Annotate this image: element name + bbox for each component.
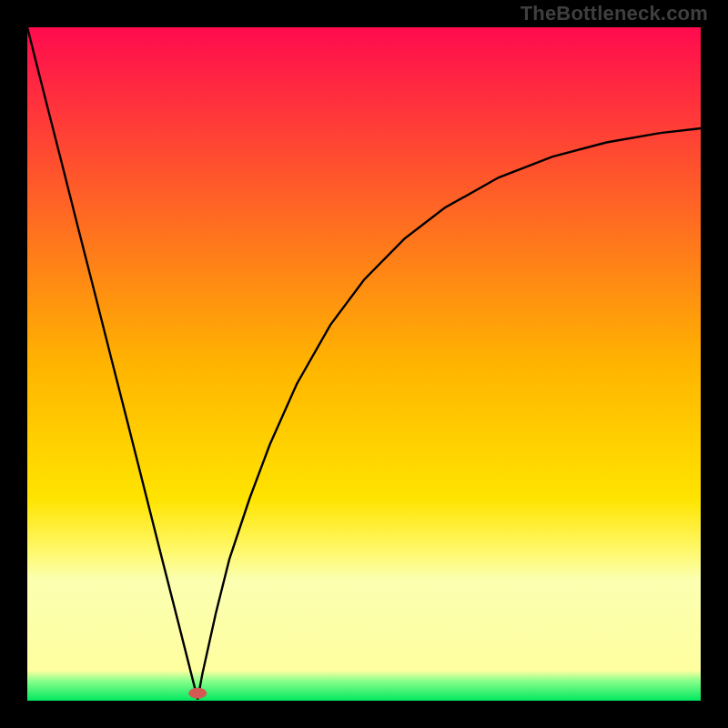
minimum-marker [188,688,207,699]
chart-svg [27,27,701,701]
chart-frame: TheBottleneck.com [0,0,728,728]
plot-area [27,27,701,701]
gradient-background [27,27,701,701]
watermark-text: TheBottleneck.com [521,2,708,25]
